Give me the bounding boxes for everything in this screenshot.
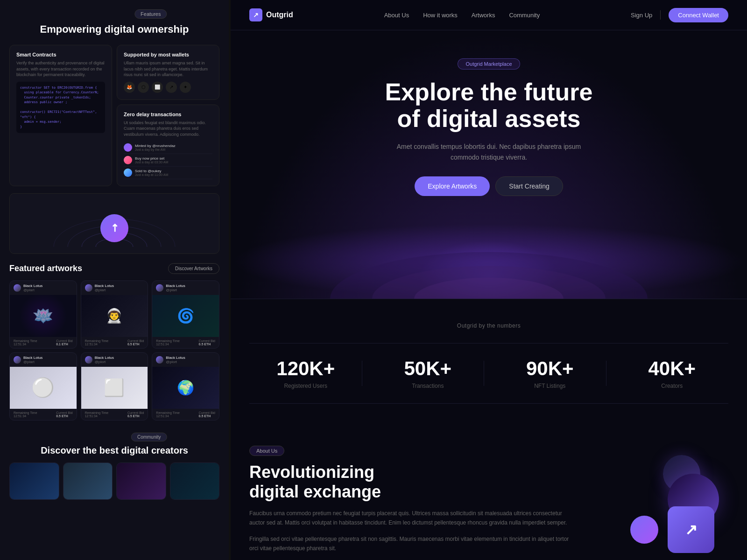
artwork-card-5[interactable]: Black Lotus @plort Remaining Time12:51:3…	[81, 352, 148, 420]
transaction-action-1: Minted by @nrushendaz	[135, 144, 176, 148]
stat-transactions-desc: Transactions	[372, 383, 485, 389]
artwork-header-1: Black Lotus @plart	[10, 281, 77, 295]
creator-card-2[interactable]	[63, 462, 113, 500]
about-logo-card: ↗	[668, 506, 714, 553]
creators-grid	[9, 462, 219, 500]
right-panel: ↗ Outgrid About Us How it works Artworks…	[231, 0, 747, 560]
artwork-bid-1: Current Bid0.1 ETH	[56, 339, 72, 346]
stat-creators: 40K+ Creators	[616, 357, 729, 389]
feature-grid: Smart Contracts Verify the authenticity …	[9, 45, 219, 186]
artwork-bid-6: Current Bid0.5 ETH	[199, 411, 215, 418]
smart-contracts-desc: Verify the authenticity and provenance o…	[16, 60, 105, 78]
artwork-time-2: Remaining Time12:51:34	[85, 339, 109, 346]
artwork-avatar-4	[14, 356, 21, 364]
artwork-time-6: Remaining Time12:51:34	[156, 411, 180, 418]
artwork-image-4	[10, 367, 77, 409]
artwork-header-4: Black Lotus @plart	[10, 353, 77, 367]
artwork-meta-1: Black Lotus @plart	[23, 284, 42, 292]
featured-header: Featured artworks Discover Artworks	[9, 263, 219, 274]
transaction-item-1: Minted by @nrushendaz Just a day by the …	[124, 141, 212, 154]
artwork-avatar-3	[156, 284, 163, 292]
artwork-footer-1: Remaining Time12:51:34 Current Bid0.1 ET…	[10, 337, 77, 348]
artwork-header-3: Black Lotus @plart	[152, 281, 219, 295]
stat-nft: 90K+ NFT Listings	[493, 357, 606, 389]
artwork-header-2: Black Lotus @plart	[81, 281, 148, 295]
transactions-desc: Ut sodales feugiat est blandit maximus o…	[124, 120, 212, 138]
artwork-meta-2: Black Lotus @plart	[95, 284, 114, 292]
creator-card-4[interactable]	[170, 462, 220, 500]
stat-users-desc: Registered Users	[249, 383, 362, 389]
hero-subtitle: Amet convallis tempus lobortis dui. Nec …	[384, 141, 594, 162]
artwork-avatar-6	[156, 356, 163, 364]
transactions-card: Zero delay transactions Ut sodales feugi…	[117, 105, 219, 186]
nav-how[interactable]: How it works	[423, 11, 458, 19]
artwork-meta-4: Black Lotus @plart	[23, 356, 42, 364]
creator-card-3[interactable]	[116, 462, 166, 500]
about-content: About Us Revolutionizing digital exchang…	[249, 446, 579, 560]
creator-image-3	[117, 463, 166, 499]
wallet-icon-5: ✦	[180, 82, 191, 93]
hero-visual	[231, 224, 747, 299]
transaction-list: Minted by @nrushendaz Just a day by the …	[124, 141, 212, 179]
transaction-item-3: Sold to @oukey Just a day at 11:00 AM	[124, 167, 212, 179]
logo: ↗ Outgrid	[249, 8, 293, 21]
nav-divider	[660, 10, 661, 20]
artwork-footer-5: Remaining Time12:51:34 Current Bid0.5 ET…	[81, 409, 148, 420]
artwork-bid-4: Current Bid0.5 ETH	[56, 411, 72, 418]
stats-grid: 120K+ Registered Users 50K+ Transactions…	[249, 343, 728, 404]
about-section: About Us Revolutionizing digital exchang…	[231, 427, 747, 560]
creator-card-1[interactable]	[9, 462, 59, 500]
left-hero-title: Empowering digital ownership	[9, 23, 219, 35]
creators-section: Community Discover the best digital crea…	[9, 432, 219, 500]
outgrid-logo-circle: ↗	[100, 214, 128, 242]
hero-buttons: Explore Artworks Start Creating	[249, 176, 728, 196]
stat-nft-desc: NFT Listings	[493, 383, 606, 389]
about-title: Revolutionizing digital exchange	[249, 462, 579, 501]
artwork-card-2[interactable]: Black Lotus @plart Remaining Time12:51:3…	[81, 280, 148, 349]
signup-link[interactable]: Sign Up	[631, 12, 652, 19]
nav-community[interactable]: Community	[509, 11, 540, 19]
about-badge: About Us	[249, 446, 284, 456]
smart-contracts-card: Smart Contracts Verify the authenticity …	[9, 45, 112, 186]
wallet-icons: 🦊 ⬡ ⬜ ↗ ✦	[124, 82, 212, 93]
artworks-grid: Black Lotus @plart Remaining Time12:51:3…	[9, 280, 219, 420]
artwork-card-6[interactable]: Black Lotus @plort Remaining Time12:51:3…	[152, 352, 219, 420]
artwork-time-3: Remaining Time12:51:34	[156, 339, 180, 346]
about-text-2: Fringilla sed orci vitae pellentesque ph…	[249, 534, 579, 553]
nav-about[interactable]: About Us	[384, 11, 409, 19]
nav-artworks[interactable]: Artworks	[472, 11, 495, 19]
hero-title: Explore the future of digital assets	[349, 79, 629, 132]
artwork-card-3[interactable]: Black Lotus @plart Remaining Time12:51:3…	[152, 280, 219, 349]
artwork-meta-5: Black Lotus @plort	[95, 356, 114, 364]
creator-image-2	[63, 463, 113, 499]
stats-section: Outgrid by the numbers 120K+ Registered …	[231, 299, 747, 427]
radar-card: ↗	[9, 193, 219, 254]
wallets-desc: Ullam mauris ipsum amet magna sed. Sit i…	[124, 60, 212, 78]
artwork-time-4: Remaining Time12:51:34	[14, 411, 37, 418]
artwork-avatar-1	[14, 284, 21, 292]
stat-users-number: 120K+	[249, 357, 362, 380]
transaction-avatar-1	[124, 143, 132, 152]
discover-artworks-button[interactable]: Discover Artworks	[168, 263, 219, 274]
wallet-icon-4: ↗	[166, 82, 177, 93]
artwork-header-5: Black Lotus @plort	[81, 353, 148, 367]
nav-right: Sign Up Connect Wallet	[631, 8, 728, 22]
creators-title: Discover the best digital creators	[9, 445, 219, 456]
wallet-icon-2: ⬡	[138, 82, 149, 93]
connect-wallet-button[interactable]: Connect Wallet	[669, 8, 728, 22]
stat-creators-desc: Creators	[616, 383, 729, 389]
artwork-avatar-5	[85, 356, 92, 364]
transaction-avatar-3	[124, 168, 132, 177]
featured-artworks-section: Featured artworks Discover Artworks Blac…	[9, 263, 219, 420]
artwork-card-1[interactable]: Black Lotus @plart Remaining Time12:51:3…	[9, 280, 77, 349]
transaction-avatar-2	[124, 156, 132, 164]
transaction-action-3: Sold to @oukey	[135, 169, 168, 173]
code-block: constructor SET to ERC20(OUTGRID.from { …	[16, 82, 105, 133]
artwork-card-4[interactable]: Black Lotus @plart Remaining Time12:51:3…	[9, 352, 77, 420]
explore-artworks-button[interactable]: Explore Artworks	[415, 176, 490, 196]
artwork-bid-2: Current Bid0.5 ETH	[127, 339, 144, 346]
logo-icon: ↗	[249, 8, 262, 21]
transaction-time-2: Just a day at 03:30 AM	[135, 161, 168, 164]
start-creating-button[interactable]: Start Creating	[495, 176, 563, 196]
smart-contracts-title: Smart Contracts	[16, 52, 105, 57]
